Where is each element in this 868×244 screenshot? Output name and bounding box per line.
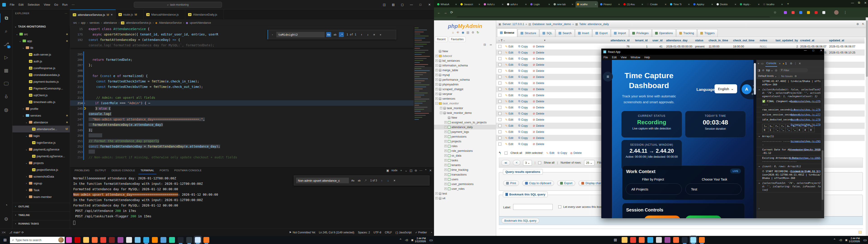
row-checkbox[interactable] [498,69,501,72]
expand-toggle-icon[interactable]: + [444,169,447,171]
qop-display-chart-button[interactable]: Display chart [579,181,604,186]
delete-link[interactable]: ⊘Delete [533,141,546,147]
db-tree-item-tasks[interactable]: +tasks [434,158,496,163]
db-tree-item-tenants[interactable]: +tenants [434,163,496,167]
panel-tab-postman-console[interactable]: POSTMAN CONSOLE [172,166,204,174]
source-link[interactable]: ScreenshotApp.js:291 [791,140,820,143]
db-tree-item-performance-schema[interactable]: +performance_schema [434,77,496,82]
taskbar-app-s-app[interactable] [178,237,184,243]
expand-toggle-icon[interactable]: + [435,192,438,195]
delete-selected-button[interactable]: ⊘Delete [570,151,582,155]
pma-tab-import[interactable]: Import [611,29,629,37]
issues-settings-icon[interactable]: ⚙ [795,74,797,78]
copy-link[interactable]: ⧉Copy [518,123,531,129]
edit-link[interactable]: ✎Edit [505,68,518,74]
close-button[interactable]: ✕ [820,49,822,52]
edit-link[interactable]: ✎Edit [505,104,518,111]
close-button[interactable]: ✕ [425,1,434,8]
taskbar-app-xampp[interactable] [699,237,705,243]
console-filter-input[interactable]: ∇Filter [779,68,808,72]
breadcrumb-item[interactable]: upsertAttendance [190,21,211,24]
source-link[interactable]: ScreenshotApp.js:1053 [789,148,820,151]
tab-close-icon[interactable]: ✕ [781,3,783,6]
show-all-label[interactable]: Show all [544,161,555,164]
remote-explorer-icon[interactable]: 🖵 [0,79,12,88]
db-tree-item-bdword[interactable]: +bdword [434,54,496,58]
tree-item-coreresponse-js[interactable]: JScoreResponse.js [12,65,70,71]
new-tab-button[interactable]: ＋ [786,2,789,6]
expand-toggle-icon[interactable]: + [435,64,438,67]
minimap[interactable] [414,26,432,166]
qop-print-button[interactable]: Print [503,181,519,186]
column-header-user_id[interactable]: user_id [649,37,662,43]
pma-breadcrumb-item[interactable]: Table: attendance_daily [579,23,609,26]
bookmark-star-icon[interactable]: ☆ [774,10,776,14]
react-app-scrollbar-thumb[interactable] [754,63,756,95]
tree-item-paymentcommonap---[interactable]: JSPaymentCommonAp... [12,85,70,92]
menu-window[interactable]: Window [629,56,643,59]
command-center[interactable]: ⌕task-monitoring [134,2,222,8]
browser-tab-Login[interactable]: Login✕ [529,1,552,7]
db-tree-item-task-monitor[interactable]: −task_monitor [434,101,496,106]
tree-item-loginservice-js[interactable]: JSloginService.js [12,139,70,146]
copy-link[interactable]: ⧉Copy [518,117,531,123]
row-checkbox[interactable] [498,75,501,79]
tab-close-icon[interactable]: ✕ [711,3,713,6]
browser-tab-Javascri[interactable]: Javascri✕ [459,1,482,7]
tab-close-icon[interactable]: ✕ [572,3,574,6]
status-item-6[interactable]: ✓ Prettier [413,229,429,236]
more-actions-icon[interactable]: ⋯ [65,12,67,15]
expand-toggle-icon[interactable]: + [435,88,438,90]
menu-selection[interactable]: Selection [26,3,41,6]
panel-tab-problems[interactable]: PROBLEMS [72,166,92,174]
taskbar-app-vscode[interactable] [647,237,653,243]
extensions-icon[interactable]: ▦ [0,66,12,75]
expand-toggle-icon[interactable]: + [444,121,447,124]
status-item-2[interactable]: Spaces: 2 [356,229,372,236]
row-checkbox[interactable] [498,82,501,85]
menu-edit[interactable]: Edit [610,56,619,59]
browser-tab-Create[interactable]: Create✕ [645,1,668,7]
tab-close-icon[interactable]: ✕ [665,3,666,6]
expand-arrow-icon[interactable]: ▸ [758,165,760,168]
db-tree-item-New[interactable]: New [434,115,496,120]
row-checkbox[interactable] [498,45,501,48]
qop-copy-to-clipboard-button[interactable]: Copy to clipboard [522,181,554,186]
expand-toggle-icon[interactable]: + [444,187,447,190]
minimize-button[interactable]: — [804,49,807,52]
coderabbit-icon[interactable]: ὃ [0,92,12,101]
breadcrumb-item[interactable]: src [73,21,77,24]
delete-link[interactable]: ⊘Delete [533,56,546,62]
edit-link[interactable]: ✎Edit [505,62,518,68]
editor-find-widget[interactable]: ›toMidnight2Aaab.*1 of 1↑↓≡✕ [268,30,396,39]
delete-link[interactable]: ⊘Delete [533,92,546,98]
browser-tab-asful-s[interactable]: asful-s✕ [506,1,528,7]
search-icon[interactable]: ⌕ [0,27,12,36]
docs-icon[interactable]: ▤ [466,30,470,34]
tab-close-icon[interactable]: ✕ [735,3,737,6]
source-control-icon[interactable]: ⎇2 [0,40,12,49]
expand-toggle-icon[interactable]: + [444,145,447,147]
taskbar-app-vscode[interactable] [143,237,149,243]
browser-tab-Apploy[interactable]: Apploy✕ [692,1,715,7]
terminal-find-widget[interactable]: Non-admin upsert attendance_cAaab.*1 of … [294,176,430,185]
taskbar-app-edge[interactable] [169,237,175,243]
copy-link[interactable]: ⧉Copy [518,92,531,98]
expand-toggle-icon[interactable]: + [440,107,442,109]
taskbar-app-media-app[interactable] [109,237,115,243]
breadcrumb-item[interactable]: AttendanceService [159,21,182,24]
reload-icon[interactable]: ⟳ [448,10,455,14]
delete-link[interactable]: ⊘Delete [533,74,546,80]
menu-view[interactable]: View [619,56,629,59]
pma-breadcrumb-item[interactable]: Database: task_monitor_demo [532,23,571,26]
volume-icon[interactable]: ◁)) [837,239,844,241]
check-all-label[interactable]: Check all [510,151,522,155]
menu-⋯[interactable]: ⋯ [70,3,76,6]
row-checkbox[interactable] [498,143,501,146]
tree-item-login[interactable]: ⌄login [12,132,70,139]
new-terminal-icon[interactable]: ＋ [400,168,403,172]
code-editor[interactable]: 15export class AttendanceService {175 as… [70,26,434,166]
tab-ManualAttendance.js[interactable]: JSManualAttendance.js✕ [144,9,185,20]
browser-tab-Apply--[interactable]: Apply -✕ [739,1,761,7]
whole-word-button[interactable]: ab [357,178,362,183]
